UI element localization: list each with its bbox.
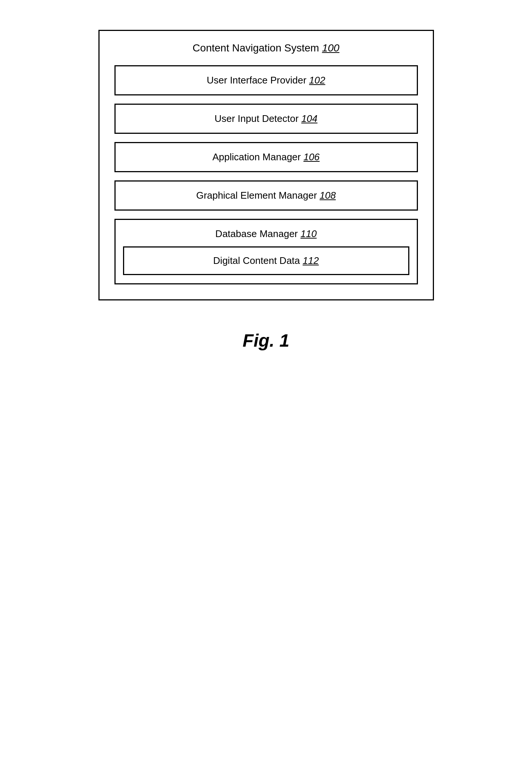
database-manager-label: Database Manager 110: [123, 228, 409, 240]
graphical-element-manager-box: Graphical Element Manager 108: [114, 180, 418, 211]
graphical-element-manager-label: Graphical Element Manager 108: [196, 190, 336, 201]
user-interface-provider-label: User Interface Provider 102: [207, 75, 325, 86]
user-input-detector-box: User Input Detector 104: [114, 104, 418, 134]
figure-label: Fig. 1: [243, 330, 289, 351]
digital-content-data-box: Digital Content Data 112: [123, 246, 409, 275]
application-manager-box: Application Manager 106: [114, 142, 418, 172]
application-manager-label: Application Manager 106: [213, 151, 320, 163]
database-manager-box: Database Manager 110 Digital Content Dat…: [114, 219, 418, 284]
digital-content-data-label: Digital Content Data 112: [213, 255, 319, 266]
user-input-detector-label: User Input Detector 104: [214, 113, 317, 124]
outer-title: Content Navigation System 100: [114, 42, 418, 54]
diagram-container: Content Navigation System 100 User Inter…: [98, 30, 434, 300]
user-interface-provider-box: User Interface Provider 102: [114, 65, 418, 95]
